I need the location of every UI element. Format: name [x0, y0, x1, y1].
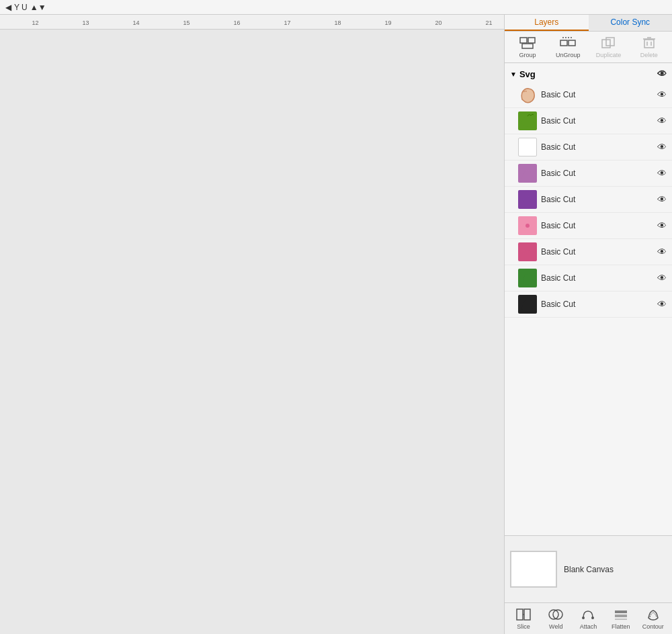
tab-colorsync[interactable]: Color Sync [589, 15, 673, 31]
svg-rect-18 [522, 44, 533, 48]
list-item[interactable]: Basic Cut 👁 [505, 291, 672, 318]
group-icon [518, 36, 537, 50]
layer-thumb-2 [518, 111, 537, 130]
svg-rect-39 [615, 615, 627, 617]
layer-name-9: Basic Cut [541, 300, 653, 309]
svg-group-label: Svg [519, 69, 536, 79]
layer-name-7: Basic Cut [541, 247, 653, 257]
svg-rect-16 [520, 38, 527, 43]
svg-point-37 [591, 617, 594, 619]
layer-thumb-8 [518, 269, 537, 287]
layer-name-5: Basic Cut [541, 195, 653, 204]
layer-thumb-1 [518, 85, 537, 104]
ruler-mark-12: 12 [32, 19, 38, 26]
ruler-mark-18: 18 [334, 19, 341, 26]
layer-eye-8[interactable]: 👁 [657, 273, 667, 283]
svg-point-30 [526, 224, 530, 228]
right-panel: Layers Color Sync Group [504, 15, 672, 634]
collapse-arrow: ▼ [510, 71, 517, 78]
layer-eye-9[interactable]: 👁 [657, 299, 667, 310]
duplicate-icon [599, 36, 618, 50]
svg-rect-19 [560, 40, 567, 46]
ungroup-button[interactable]: UnGroup [554, 36, 581, 58]
ruler-mark-19: 19 [384, 19, 391, 26]
contour-label: Contour [642, 623, 664, 630]
flatten-button[interactable]: Flatten [607, 607, 634, 630]
layer-name-4: Basic Cut [541, 169, 653, 178]
tab-layers[interactable]: Layers [505, 15, 589, 31]
layer-thumb-9 [518, 295, 537, 314]
attach-icon [579, 607, 597, 622]
canvas-area: 12 13 14 15 16 17 18 19 20 21 [0, 15, 504, 634]
ruler-mark-20: 20 [435, 19, 442, 26]
svg-rect-32 [524, 609, 530, 620]
layer-name-3: Basic Cut [541, 142, 653, 152]
svg-rect-40 [615, 619, 627, 620]
ungroup-label: UnGroup [556, 52, 581, 58]
slice-label: Slice [517, 623, 530, 630]
slice-button[interactable]: Slice [510, 607, 537, 630]
ruler-mark-15: 15 [183, 19, 190, 26]
duplicate-label: Duplicate [596, 52, 622, 58]
slice-icon [514, 607, 533, 622]
main-layout: 12 13 14 15 16 17 18 19 20 21 [0, 15, 672, 634]
arrow-icon: ◀ [5, 3, 11, 12]
coord-display: Y U [14, 3, 28, 12]
panel-tabs: Layers Color Sync [505, 15, 672, 32]
layer-name-8: Basic Cut [541, 273, 653, 283]
weld-button[interactable]: Weld [542, 607, 569, 630]
group-button[interactable]: Group [514, 36, 541, 58]
layer-list: ▼ Svg 👁 Basic Cut 👁 [505, 63, 672, 535]
group-label: Group [519, 52, 536, 58]
svg-rect-20 [569, 40, 575, 46]
duplicate-button[interactable]: Duplicate [595, 36, 622, 58]
layer-eye-6[interactable]: 👁 [657, 220, 667, 231]
panel-toolbar: Group UnGroup [505, 32, 672, 63]
attach-label: Attach [580, 623, 597, 630]
layer-eye-5[interactable]: 👁 [657, 194, 667, 205]
blank-canvas-thumb [510, 551, 557, 588]
svg-rect-38 [615, 610, 627, 613]
ruler-top-content: 12 13 14 15 16 17 18 19 20 21 [0, 15, 504, 28]
layer-thumb-6 [518, 216, 537, 235]
ungroup-icon [558, 36, 577, 50]
layer-eye-2[interactable]: 👁 [657, 116, 667, 126]
layer-name-6: Basic Cut [541, 221, 653, 230]
coord-arrows: ▲▼ [30, 3, 46, 12]
ruler-top: 12 13 14 15 16 17 18 19 20 21 [0, 15, 504, 30]
list-item[interactable]: Basic Cut 👁 [505, 161, 672, 187]
list-item[interactable]: Basic Cut 👁 [505, 213, 672, 239]
layer-thumb-3 [518, 138, 537, 156]
list-item[interactable]: Basic Cut 👁 [505, 187, 672, 213]
list-item[interactable]: Basic Cut 👁 [505, 134, 672, 161]
svg-group-header[interactable]: ▼ Svg 👁 [505, 66, 672, 82]
list-item[interactable]: Basic Cut 👁 [505, 82, 672, 108]
list-item[interactable]: Basic Cut 👁 [505, 239, 672, 265]
layer-eye-4[interactable]: 👁 [657, 168, 667, 179]
list-item[interactable]: Basic Cut 👁 [505, 108, 672, 134]
ruler-mark-17: 17 [284, 19, 290, 26]
panel-bottom-toolbar: Slice Weld [505, 602, 672, 634]
svg-point-36 [582, 617, 585, 619]
blank-canvas-label: Blank Canvas [564, 565, 614, 574]
ruler-mark-14: 14 [132, 19, 139, 26]
delete-label: Delete [640, 52, 658, 58]
svg-rect-17 [528, 38, 535, 43]
svg-group-eye[interactable]: 👁 [657, 69, 667, 79]
contour-icon [644, 607, 663, 622]
layer-thumb-7 [518, 242, 537, 261]
layer-name-2: Basic Cut [541, 116, 653, 126]
contour-button[interactable]: Contour [640, 607, 667, 630]
layer-name-1: Basic Cut [541, 90, 653, 99]
list-item[interactable]: Basic Cut 👁 [505, 265, 672, 291]
layer-eye-1[interactable]: 👁 [657, 89, 667, 100]
ruler-mark-21: 21 [485, 19, 492, 26]
layer-eye-7[interactable]: 👁 [657, 246, 667, 257]
layer-thumb-5 [518, 190, 537, 209]
top-bar: ◀ Y U ▲▼ [0, 0, 672, 15]
svg-point-29 [521, 116, 534, 127]
layer-eye-3[interactable]: 👁 [657, 142, 667, 152]
svg-rect-24 [644, 40, 654, 48]
attach-button[interactable]: Attach [575, 607, 601, 630]
delete-button[interactable]: Delete [636, 36, 663, 58]
